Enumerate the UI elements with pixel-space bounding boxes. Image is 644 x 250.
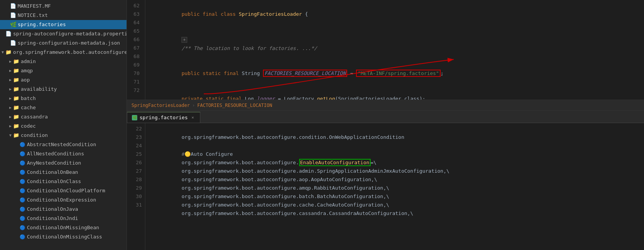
sidebar-item-codec[interactable]: 📁 codec — [0, 122, 126, 131]
sidebar-item-conditional-on-jndi[interactable]: 🔵 ConditionalOnJndi — [0, 214, 126, 223]
sidebar-item-conditional-on-bean[interactable]: 🔵 ConditionalOnBean — [0, 168, 126, 177]
fnum-22: 22 — [127, 125, 142, 133]
class-icon-conditional-on-jndi: 🔵 — [19, 215, 25, 222]
factories-line-31: org.springframework.boot.autoconfigure.c… — [151, 201, 644, 209]
sidebar-item-any-nested[interactable]: 🔵 AnyNestedCondition — [0, 158, 126, 168]
folder-icon-org-springframework: 📁 — [5, 49, 12, 55]
factories-line-26: org.springframework.boot.autoconfigure.a… — [151, 158, 644, 167]
factories-line-25: org.springframework.boot.autoconfigure.E… — [151, 150, 644, 158]
breadcrumb-field: FACTORIES_RESOURCE_LOCATION — [197, 103, 272, 108]
sidebar-label-conditional-on-missing-bean: ConditionalOnMissingBean — [27, 224, 99, 232]
sidebar-label-conditional-on-bean: ConditionalOnBean — [27, 168, 78, 176]
sidebar-item-all-nested[interactable]: 🔵 AllNestedConditions — [0, 149, 126, 158]
code-line-62: public final class SpringFactoriesLoader… — [151, 2, 644, 10]
fnum-23: 23 — [127, 133, 142, 142]
sidebar-item-notice[interactable]: 📄 NOTICE.txt — [0, 11, 126, 20]
factories-line-23 — [151, 133, 644, 142]
logfactory-71: LogFactory. — [284, 96, 317, 100]
sidebar-item-admin[interactable]: 📁 admin — [0, 57, 126, 66]
code-line-70 — [151, 69, 644, 78]
keyword-final-71: final — [227, 96, 245, 100]
sidebar-item-autoconfigure-metadata[interactable]: 📄 spring-autoconfigure-metadata.properti — [0, 29, 126, 38]
sidebar-label-conditional-on-jndi: ConditionalOnJndi — [27, 215, 78, 222]
arrow-admin — [8, 58, 13, 65]
class-icon-conditional-on-expression: 🔵 — [19, 197, 25, 203]
sidebar-item-batch[interactable]: 📁 batch — [0, 94, 126, 103]
sidebar-label-aop: aop — [21, 76, 30, 84]
folder-icon-codec: 📁 — [13, 123, 19, 129]
line-num-70: 70 — [127, 69, 142, 78]
fnum-31: 31 — [127, 201, 142, 209]
factories-line-22: org.springframework.boot.autoconfigure.c… — [151, 125, 644, 133]
sidebar-item-abstract-nested[interactable]: 🔵 AbstractNestedCondition — [0, 140, 126, 149]
sidebar-item-manifest[interactable]: 📄 MANIFEST.MF — [0, 2, 126, 11]
breadcrumb-sep: › — [192, 103, 195, 108]
code-line-66 — [151, 35, 644, 44]
sidebar-item-conditional-on-missing-bean[interactable]: 🔵 ConditionalOnMissingBean — [0, 223, 126, 232]
line-num-66: 66 — [127, 35, 142, 44]
sidebar-label-notice: NOTICE.txt — [18, 12, 48, 19]
sidebar-label-conditional-on-java: ConditionalOnJava — [27, 205, 78, 213]
equals-71: = — [275, 96, 284, 100]
code-content-top: public final class SpringFactoriesLoader… — [145, 0, 644, 100]
class-icon-conditional-on-bean: 🔵 — [19, 169, 25, 175]
sidebar-label-conditional-on-missing-class: ConditionalOnMissingClass — [27, 233, 102, 241]
sidebar: 📄 MANIFEST.MF 📄 NOTICE.txt 🌿 spring.fact… — [0, 0, 127, 250]
arrow-cache — [8, 104, 13, 112]
sidebar-item-availability[interactable]: 📁 availability — [0, 85, 126, 94]
sidebar-item-cassandra[interactable]: 📁 cassandra — [0, 112, 126, 122]
line-numbers-top: 62 63 64 65 66 67 68 69 70 71 72 — [127, 0, 145, 100]
factories-line-27: org.springframework.boot.autoconfigure.a… — [151, 167, 644, 175]
main-panel: 62 63 64 65 66 67 68 69 70 71 72 public … — [127, 0, 644, 250]
file-icon-autoconfigure-metadata: 📄 — [5, 31, 12, 37]
folder-icon-condition: 📁 — [13, 132, 19, 138]
sidebar-item-config-metadata[interactable]: 📄 spring-configuration-metadata.json — [0, 38, 126, 48]
line-num-69: 69 — [127, 61, 142, 69]
factories-content: 22 23 24 25 26 27 28 29 30 31 org.spring… — [127, 123, 644, 250]
args-71: (SpringFactoriesLoader.class); — [335, 96, 426, 100]
sidebar-label-all-nested: AllNestedConditions — [27, 150, 84, 158]
sidebar-label-autoconfigure-metadata: spring-autoconfigure-metadata.properti — [13, 30, 126, 38]
folder-icon-aop: 📁 — [13, 77, 19, 83]
breadcrumb-class: SpringFactoriesLoader — [131, 103, 190, 108]
sidebar-item-conditional-on-class[interactable]: 🔵 ConditionalOnClass — [0, 177, 126, 186]
tab-spring-factories[interactable]: 🌿 spring.factories × — [127, 112, 200, 123]
file-icon-manifest: 📄 — [10, 3, 16, 9]
keyword-private-71: private — [181, 96, 206, 100]
sidebar-item-cache[interactable]: 📁 cache — [0, 103, 126, 112]
sidebar-item-condition[interactable]: 📁 condition — [0, 131, 126, 140]
code-line-63 — [151, 10, 644, 18]
breadcrumb-bar: SpringFactoriesLoader › FACTORIES_RESOUR… — [127, 100, 644, 111]
sidebar-label-abstract-nested: AbstractNestedCondition — [27, 141, 96, 148]
sidebar-item-amqp[interactable]: 📁 amqp — [0, 66, 126, 75]
sidebar-item-conditional-on-java[interactable]: 🔵 ConditionalOnJava — [0, 205, 126, 214]
fnum-27: 27 — [127, 167, 142, 175]
class-icon-conditional-on-missing-class: 🔵 — [19, 234, 25, 240]
fc-31: org.springframework.boot.autoconfigure.c… — [181, 210, 413, 216]
tab-label-spring-factories: spring.factories — [140, 115, 188, 120]
sidebar-item-conditional-on-expression[interactable]: 🔵 ConditionalOnExpression — [0, 195, 126, 205]
tab-close-spring-factories[interactable]: × — [190, 115, 195, 120]
folder-icon-amqp: 📁 — [13, 68, 19, 74]
arrow-org-springframework — [0, 48, 5, 56]
sidebar-item-spring-factories[interactable]: 🌿 spring.factories — [0, 20, 126, 29]
sidebar-label-admin: admin — [21, 58, 36, 65]
sidebar-item-conditional-on-cloud[interactable]: 🔵 ConditionalOnCloudPlatform — [0, 186, 126, 195]
type-log-71: Log — [245, 96, 257, 100]
folder-icon-cassandra: 📁 — [13, 114, 19, 120]
sidebar-item-aop[interactable]: 📁 aop — [0, 75, 126, 85]
arrow-batch — [8, 95, 13, 102]
sidebar-label-conditional-on-class: ConditionalOnClass — [27, 178, 81, 185]
tab-bar: 🌿 spring.factories × — [127, 111, 644, 123]
class-icon-all-nested: 🔵 — [19, 151, 25, 157]
sidebar-label-manifest: MANIFEST.MF — [18, 2, 51, 10]
factories-line-29: org.springframework.boot.autoconfigure.b… — [151, 184, 644, 192]
line-num-63: 63 — [127, 10, 142, 18]
editor-bottom: 22 23 24 25 26 27 28 29 30 31 org.spring… — [127, 123, 644, 250]
arrow-codec — [8, 122, 13, 130]
sidebar-item-org-springframework[interactable]: 📁 org.springframework.boot.autoconfigure — [0, 48, 126, 57]
sidebar-label-conditional-on-cloud: ConditionalOnCloudPlatform — [27, 187, 105, 195]
code-line-68: public static final String FACTORIES_RES… — [151, 52, 644, 61]
keyword-static-71: static — [206, 96, 227, 100]
sidebar-item-conditional-on-missing-class[interactable]: 🔵 ConditionalOnMissingClass — [0, 232, 126, 242]
